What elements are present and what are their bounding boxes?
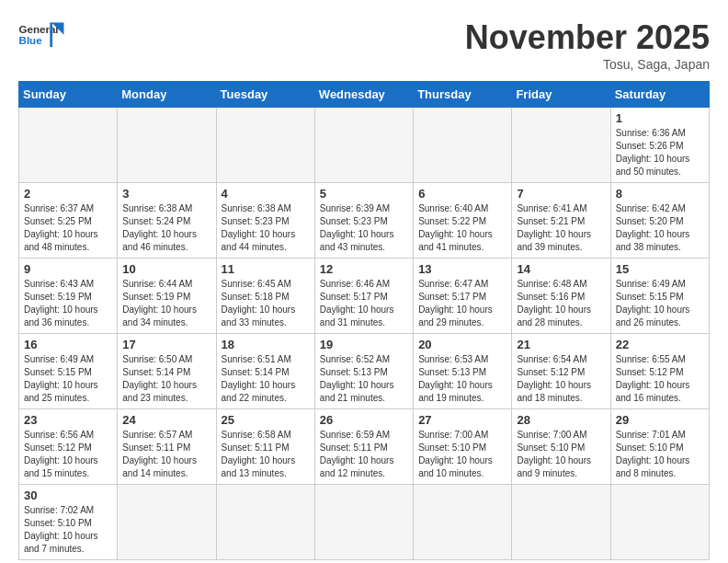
calendar-cell <box>118 108 216 183</box>
calendar-cell: 19Sunrise: 6:52 AM Sunset: 5:13 PM Dayli… <box>314 334 413 409</box>
calendar-cell <box>19 108 118 183</box>
calendar-cell: 30Sunrise: 7:02 AM Sunset: 5:10 PM Dayli… <box>19 485 118 560</box>
calendar-cell: 24Sunrise: 6:57 AM Sunset: 5:11 PM Dayli… <box>118 409 216 485</box>
day-info: Sunrise: 6:50 AM Sunset: 5:14 PM Dayligh… <box>122 353 210 405</box>
day-number: 25 <box>222 413 310 427</box>
day-number: 19 <box>320 338 408 351</box>
calendar-cell: 25Sunrise: 6:58 AM Sunset: 5:11 PM Dayli… <box>216 409 314 485</box>
day-info: Sunrise: 7:00 AM Sunset: 5:10 PM Dayligh… <box>418 429 506 480</box>
calendar-cell: 28Sunrise: 7:00 AM Sunset: 5:10 PM Dayli… <box>512 409 610 485</box>
day-number: 23 <box>24 413 112 427</box>
day-number: 14 <box>517 262 605 276</box>
calendar-week-row: 1Sunrise: 6:36 AM Sunset: 5:26 PM Daylig… <box>19 108 710 183</box>
calendar-cell <box>216 108 314 183</box>
day-number: 11 <box>222 262 310 276</box>
calendar-cell <box>610 485 709 560</box>
day-info: Sunrise: 6:43 AM Sunset: 5:19 PM Dayligh… <box>24 278 112 329</box>
calendar-cell: 13Sunrise: 6:47 AM Sunset: 5:17 PM Dayli… <box>414 259 512 334</box>
day-info: Sunrise: 6:58 AM Sunset: 5:11 PM Dayligh… <box>222 429 310 480</box>
month-title: November 2025 <box>465 18 710 57</box>
page-header: General Blue November 2025 Tosu, Saga, J… <box>18 18 710 72</box>
calendar-cell: 12Sunrise: 6:46 AM Sunset: 5:17 PM Dayli… <box>314 259 413 334</box>
day-info: Sunrise: 6:41 AM Sunset: 5:21 PM Dayligh… <box>517 202 605 254</box>
calendar-cell: 4Sunrise: 6:38 AM Sunset: 5:23 PM Daylig… <box>216 183 314 259</box>
day-number: 26 <box>320 413 408 427</box>
day-info: Sunrise: 6:44 AM Sunset: 5:19 PM Dayligh… <box>122 278 210 329</box>
calendar-cell: 27Sunrise: 7:00 AM Sunset: 5:10 PM Dayli… <box>414 409 512 485</box>
svg-text:Blue: Blue <box>19 35 43 46</box>
calendar-cell: 6Sunrise: 6:40 AM Sunset: 5:22 PM Daylig… <box>414 183 512 259</box>
calendar-week-row: 9Sunrise: 6:43 AM Sunset: 5:19 PM Daylig… <box>19 259 710 334</box>
day-number: 29 <box>616 413 704 427</box>
calendar-cell: 22Sunrise: 6:55 AM Sunset: 5:12 PM Dayli… <box>610 334 709 409</box>
day-number: 5 <box>320 187 408 201</box>
day-number: 16 <box>24 338 112 351</box>
day-info: Sunrise: 7:02 AM Sunset: 5:10 PM Dayligh… <box>24 504 112 556</box>
day-info: Sunrise: 6:40 AM Sunset: 5:22 PM Dayligh… <box>418 202 506 254</box>
day-info: Sunrise: 6:37 AM Sunset: 5:25 PM Dayligh… <box>24 202 112 254</box>
calendar-cell: 11Sunrise: 6:45 AM Sunset: 5:18 PM Dayli… <box>216 259 314 334</box>
day-header-saturday: Saturday <box>610 82 709 108</box>
calendar-cell: 3Sunrise: 6:38 AM Sunset: 5:24 PM Daylig… <box>118 183 216 259</box>
calendar-cell: 2Sunrise: 6:37 AM Sunset: 5:25 PM Daylig… <box>19 183 118 259</box>
day-number: 8 <box>616 187 704 201</box>
location-subtitle: Tosu, Saga, Japan <box>465 57 710 72</box>
day-header-tuesday: Tuesday <box>216 82 314 108</box>
day-info: Sunrise: 6:57 AM Sunset: 5:11 PM Dayligh… <box>122 429 210 480</box>
day-number: 30 <box>24 488 112 502</box>
calendar-week-row: 16Sunrise: 6:49 AM Sunset: 5:15 PM Dayli… <box>19 334 710 409</box>
calendar-cell: 8Sunrise: 6:42 AM Sunset: 5:20 PM Daylig… <box>610 183 709 259</box>
calendar-cell: 10Sunrise: 6:44 AM Sunset: 5:19 PM Dayli… <box>118 259 216 334</box>
day-info: Sunrise: 6:47 AM Sunset: 5:17 PM Dayligh… <box>418 278 506 329</box>
calendar-cell: 18Sunrise: 6:51 AM Sunset: 5:14 PM Dayli… <box>216 334 314 409</box>
day-number: 27 <box>418 413 506 427</box>
day-info: Sunrise: 6:38 AM Sunset: 5:23 PM Dayligh… <box>222 202 310 254</box>
day-number: 20 <box>418 338 506 351</box>
calendar-cell: 1Sunrise: 6:36 AM Sunset: 5:26 PM Daylig… <box>610 108 709 183</box>
day-info: Sunrise: 6:48 AM Sunset: 5:16 PM Dayligh… <box>517 278 605 329</box>
day-info: Sunrise: 7:00 AM Sunset: 5:10 PM Dayligh… <box>517 429 605 480</box>
day-number: 9 <box>24 262 112 276</box>
calendar-cell: 26Sunrise: 6:59 AM Sunset: 5:11 PM Dayli… <box>314 409 413 485</box>
day-number: 17 <box>122 338 210 351</box>
calendar-cell: 15Sunrise: 6:49 AM Sunset: 5:15 PM Dayli… <box>610 259 709 334</box>
svg-rect-3 <box>50 22 52 47</box>
day-info: Sunrise: 6:36 AM Sunset: 5:26 PM Dayligh… <box>616 127 704 178</box>
calendar-cell <box>118 485 216 560</box>
day-header-friday: Friday <box>512 82 610 108</box>
day-number: 12 <box>320 262 408 276</box>
day-info: Sunrise: 6:53 AM Sunset: 5:13 PM Dayligh… <box>418 353 506 405</box>
calendar-cell: 29Sunrise: 7:01 AM Sunset: 5:10 PM Dayli… <box>610 409 709 485</box>
day-number: 22 <box>616 338 704 351</box>
day-number: 7 <box>517 187 605 201</box>
logo: General Blue <box>18 18 64 55</box>
day-header-thursday: Thursday <box>414 82 512 108</box>
calendar-cell: 9Sunrise: 6:43 AM Sunset: 5:19 PM Daylig… <box>19 259 118 334</box>
day-number: 24 <box>122 413 210 427</box>
calendar-cell <box>216 485 314 560</box>
calendar-week-row: 2Sunrise: 6:37 AM Sunset: 5:25 PM Daylig… <box>19 183 710 259</box>
calendar-cell <box>512 108 610 183</box>
day-number: 15 <box>616 262 704 276</box>
day-number: 18 <box>222 338 310 351</box>
calendar-cell: 20Sunrise: 6:53 AM Sunset: 5:13 PM Dayli… <box>414 334 512 409</box>
day-info: Sunrise: 6:38 AM Sunset: 5:24 PM Dayligh… <box>122 202 210 254</box>
day-number: 10 <box>122 262 210 276</box>
calendar-cell <box>414 108 512 183</box>
day-info: Sunrise: 6:45 AM Sunset: 5:18 PM Dayligh… <box>222 278 310 329</box>
day-number: 1 <box>616 111 704 125</box>
calendar-cell: 21Sunrise: 6:54 AM Sunset: 5:12 PM Dayli… <box>512 334 610 409</box>
day-info: Sunrise: 6:49 AM Sunset: 5:15 PM Dayligh… <box>616 278 704 329</box>
day-info: Sunrise: 6:56 AM Sunset: 5:12 PM Dayligh… <box>24 429 112 480</box>
calendar-header-row: SundayMondayTuesdayWednesdayThursdayFrid… <box>19 82 710 108</box>
calendar-week-row: 23Sunrise: 6:56 AM Sunset: 5:12 PM Dayli… <box>19 409 710 485</box>
day-number: 21 <box>517 338 605 351</box>
calendar-cell: 16Sunrise: 6:49 AM Sunset: 5:15 PM Dayli… <box>19 334 118 409</box>
logo-icon: General Blue <box>18 18 64 55</box>
calendar-cell <box>314 485 413 560</box>
day-header-sunday: Sunday <box>19 82 118 108</box>
day-info: Sunrise: 6:46 AM Sunset: 5:17 PM Dayligh… <box>320 278 408 329</box>
svg-text:General: General <box>19 24 59 35</box>
day-header-wednesday: Wednesday <box>314 82 413 108</box>
day-number: 4 <box>222 187 310 201</box>
